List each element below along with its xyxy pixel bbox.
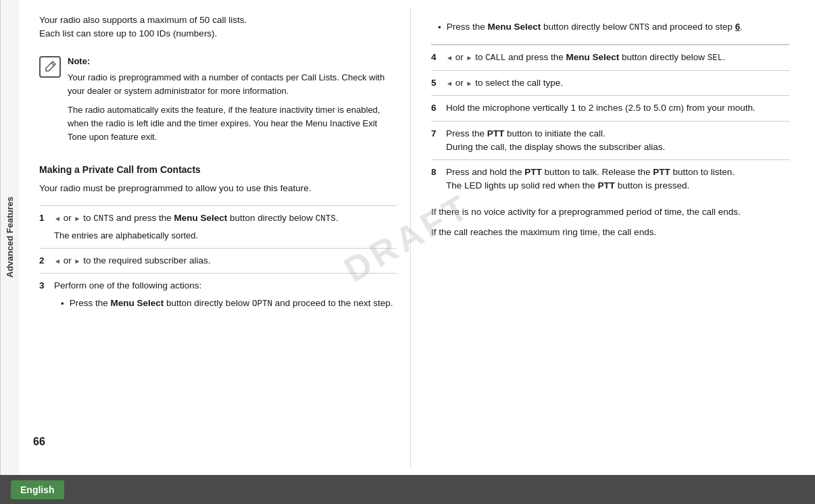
main-content: Advanced Features 66 Your radio also sup… bbox=[0, 0, 815, 475]
step-5-or: or bbox=[455, 78, 464, 88]
step-2-or: or bbox=[64, 255, 72, 266]
step-3-text: Perform one of the following actions: bbox=[54, 280, 201, 291]
step-4-body: ◄ or ► to CALL and press the Menu Select… bbox=[446, 51, 789, 65]
step-8-bold1: PTT bbox=[524, 167, 542, 177]
step-1-code1: CNTS bbox=[93, 214, 114, 224]
step-4-arrow-left: ◄ bbox=[446, 54, 453, 61]
step-5-text: to select the call type. bbox=[475, 78, 563, 88]
note-icon bbox=[39, 56, 61, 78]
bullet-1-bold: Menu Select bbox=[111, 298, 164, 308]
note-title: Note: bbox=[68, 55, 397, 68]
step-4-code1: CALL bbox=[485, 53, 505, 63]
step-4-arrow-right: ► bbox=[466, 54, 472, 61]
step-3-bullet: • Press the Menu Select button directly … bbox=[61, 297, 397, 311]
step-2-text: to the required subscriber alias. bbox=[83, 255, 210, 266]
step-5: 5 ◄ or ► to select the call type. bbox=[431, 70, 789, 95]
bullet-1-text-after: and proceed to the next step. bbox=[275, 298, 393, 308]
right-bullet-content: Press the Menu Select button directly be… bbox=[447, 20, 743, 34]
step-5-num: 5 bbox=[431, 76, 442, 90]
step-7-num: 7 bbox=[431, 127, 442, 141]
step-8-num: 8 bbox=[431, 166, 442, 179]
right-bullet-cnts: • Press the Menu Select button directly … bbox=[431, 14, 789, 45]
step-5-body: ◄ or ► to select the call type. bbox=[446, 76, 789, 90]
right-bullet-code: CNTS bbox=[629, 23, 649, 32]
step-2-body: ◄ or ► to the required subscriber alias. bbox=[54, 254, 397, 268]
sidebar-label: Advanced Features bbox=[0, 0, 19, 475]
step-8-text-mid1: button to talk. Release the bbox=[545, 167, 651, 177]
step-8: 8 Press and hold the PTT button to talk.… bbox=[431, 159, 789, 199]
step-1: 1 ◄ or ► to CNTS and press the Menu Sele… bbox=[39, 205, 397, 248]
note-content: Note: Your radio is preprogrammed with a… bbox=[68, 55, 397, 150]
step-7-text-before: Press the bbox=[446, 128, 485, 138]
right-bullet-item: • Press the Menu Select button directly … bbox=[438, 20, 789, 34]
step-1-num: 1 bbox=[39, 211, 50, 225]
step-8-text-before: Press and hold the bbox=[446, 167, 522, 177]
step-8-text-end: button is pressed. bbox=[618, 180, 690, 191]
closing-text-2: If the call reaches the maximum ring tim… bbox=[431, 226, 789, 240]
step-8-bold3: PTT bbox=[597, 180, 615, 191]
step-1-arrow-left: ◄ bbox=[54, 215, 61, 222]
step-1-text-before: to bbox=[83, 213, 93, 223]
step-5-arrow-right: ► bbox=[466, 80, 472, 87]
left-column: Your radio also supports a maximum of 50… bbox=[19, 7, 411, 468]
bullet-1-content: Press the Menu Select button directly be… bbox=[70, 297, 393, 311]
step-6-body: Hold the microphone vertically 1 to 2 in… bbox=[446, 101, 789, 115]
page-number: 66 bbox=[19, 436, 59, 448]
step-1-body: ◄ or ► to CNTS and press the Menu Select… bbox=[54, 211, 397, 243]
right-bullet-text-after: and proceed to step bbox=[652, 22, 733, 32]
step-4-num: 4 bbox=[431, 51, 442, 64]
closing-text-1: If there is no voice activity for a prep… bbox=[431, 205, 789, 220]
step-7-bold: PTT bbox=[487, 128, 505, 138]
step-4-text-before: to bbox=[475, 52, 485, 62]
right-bullet-bold: Menu Select bbox=[488, 22, 541, 32]
step-1-bold: Menu Select bbox=[174, 213, 227, 223]
step-2-arrow-left: ◄ bbox=[54, 257, 61, 265]
step-7-body: Press the PTT button to initiate the cal… bbox=[446, 127, 789, 155]
step-4-text-after: button directly below bbox=[622, 52, 708, 62]
step-4-code2: SEL bbox=[708, 53, 723, 63]
bullet-1-code: OPTN bbox=[252, 299, 272, 309]
bullet-1-text-mid: button directly below bbox=[166, 298, 249, 308]
step-4-text-mid: and press the bbox=[508, 52, 566, 62]
sidebar-text: Advanced Features bbox=[5, 197, 15, 278]
step-7: 7 Press the PTT button to initiate the c… bbox=[431, 121, 789, 160]
right-bullet-text-before: Press the bbox=[447, 22, 485, 32]
section-intro: Your radio must be preprogrammed to allo… bbox=[39, 182, 397, 195]
step-6-text: Hold the microphone vertically 1 to 2 in… bbox=[446, 103, 756, 113]
step-4: 4 ◄ or ► to CALL and press the Menu Sele… bbox=[431, 45, 789, 70]
section-heading: Making a Private Call from Contacts bbox=[39, 164, 397, 175]
step-1-arrow-right: ► bbox=[74, 215, 80, 222]
step-8-body: Press and hold the PTT button to talk. R… bbox=[446, 166, 789, 193]
note-para2: The radio automatically exits the featur… bbox=[68, 103, 397, 144]
content-area: Your radio also supports a maximum of 50… bbox=[19, 0, 815, 475]
step-6: 6 Hold the microphone vertically 1 to 2 … bbox=[431, 95, 789, 120]
note-box: Note: Your radio is preprogrammed with a… bbox=[39, 51, 397, 154]
right-bullet-text-mid: button directly below bbox=[543, 22, 626, 32]
note-para1: Your radio is preprogrammed with a numbe… bbox=[68, 71, 397, 98]
step-3: 3 Perform one of the following actions: … bbox=[39, 273, 397, 321]
footer: English bbox=[0, 475, 815, 504]
step-2-arrow-right: ► bbox=[74, 257, 80, 265]
svg-line-0 bbox=[51, 63, 54, 66]
step-1-or: or bbox=[64, 213, 72, 223]
bullet-1-text-before: Press the bbox=[70, 298, 108, 308]
right-bullet-dot: • bbox=[438, 21, 441, 34]
step-1-code2: CNTS bbox=[316, 214, 336, 224]
footer-language-label: English bbox=[11, 480, 64, 499]
page-container: Advanced Features 66 Your radio also sup… bbox=[0, 0, 815, 504]
step-3-num: 3 bbox=[39, 279, 50, 293]
right-column: • Press the Menu Select button directly … bbox=[411, 7, 803, 468]
bullet-dot-1: • bbox=[61, 297, 64, 311]
step-1-text-mid: and press the bbox=[116, 213, 174, 223]
step-1-note: The entries are alphabetically sorted. bbox=[54, 229, 397, 243]
step-8-bold2: PTT bbox=[653, 167, 670, 177]
pencil-icon bbox=[43, 60, 57, 74]
step-4-or: or bbox=[455, 52, 464, 62]
intro-text: Your radio also supports a maximum of 50… bbox=[39, 14, 397, 41]
step-4-bold: Menu Select bbox=[566, 52, 619, 62]
step-1-text-after: button directly below bbox=[230, 213, 316, 223]
step-5-arrow-left: ◄ bbox=[446, 80, 453, 87]
step-6-num: 6 bbox=[431, 101, 442, 115]
step-3-body: Perform one of the following actions: • … bbox=[54, 279, 397, 316]
step-2: 2 ◄ or ► to the required subscriber alia… bbox=[39, 248, 397, 273]
